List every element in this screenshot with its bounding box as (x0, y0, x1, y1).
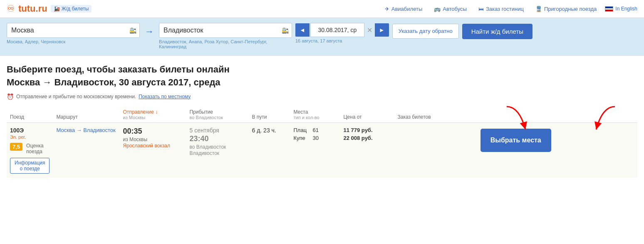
col-header-arrive: Прибытие во Владивосток (186, 107, 248, 123)
show-local-time-link[interactable]: Показать по местному (139, 94, 191, 100)
clock-icon: ⏰ (7, 93, 14, 100)
results-header: Выберите поезд, чтобы заказать билеты он… (0, 56, 644, 103)
nav-links: ✈ Авиабилеты 🚌 Автобусы 🛏 Заказ гостиниц… (385, 6, 597, 12)
buses-icon: 🚌 (434, 6, 441, 12)
rating-badge: 7,5 (10, 143, 22, 151)
date-next-button[interactable]: ► (375, 23, 389, 37)
flag-icon (605, 6, 613, 12)
return-date-area: Указать дату обратно (392, 23, 459, 39)
train-sub: Эл. рег. (10, 134, 50, 139)
route-from-link[interactable]: Москва (56, 127, 74, 133)
to-input[interactable] (159, 23, 292, 38)
col-header-seats: Места тип и кол-во (290, 107, 340, 123)
depart-station: Ярославский вокзал (123, 143, 183, 149)
date-prev-button[interactable]: ◄ (295, 23, 310, 37)
nav-suburban[interactable]: 🚆 Пригородные поезда (535, 6, 597, 12)
arrive-date: 5 сентября (189, 127, 245, 134)
col-header-order: Заказ билетов (394, 107, 637, 123)
to-train-icon: 🚉 (282, 27, 289, 34)
nav-hotels[interactable]: 🛏 Заказ гостиниц (478, 6, 524, 12)
travel-time: 6 д. 23 ч. (252, 127, 287, 134)
seats-row-2: Купе 30 (293, 135, 337, 141)
depart-from: из Москвы (123, 137, 183, 142)
train-number: 100Э (10, 127, 50, 134)
nav-flights[interactable]: ✈ Авиабилеты (385, 6, 422, 12)
depart-cell: 00:35 из Москвы Ярославский вокзал (119, 122, 186, 178)
hotels-icon: 🛏 (478, 6, 484, 12)
price-row-2: 22 008 руб. (343, 135, 391, 141)
arrive-to: во Владивосток (189, 144, 245, 150)
date-area: ◄ ✕ ► 16 августа, 17 августа (295, 23, 389, 43)
suburban-icon: 🚆 (535, 6, 542, 12)
to-field: 🚉 Владивосток, Анапа, Роза Хутор, Санкт-… (159, 23, 292, 49)
date-hint: 16 августа, 17 августа (295, 38, 389, 43)
search-bar: 🚉 Москва, Адлер, Черняховск → 🚉 Владивос… (0, 18, 644, 56)
seats-row-1: Плац 61 (293, 127, 337, 133)
top-nav: ♾ tutu.ru 🚂 Ж/д билеты ✈ Авиабилеты 🚌 Ав… (0, 0, 644, 18)
select-seats-button[interactable]: Выбрать места (481, 129, 551, 152)
table-row: 100Э Эл. рег. 7,5 Оценка поезда Информац… (7, 122, 637, 178)
arrive-time: 23:40 (189, 134, 245, 143)
seat-price-1: 11 779 руб. (343, 127, 372, 133)
train-number-cell: 100Э Эл. рег. 7,5 Оценка поезда Информац… (7, 122, 53, 178)
arrive-station: Владивосток (189, 150, 245, 156)
from-field: 🚉 Москва, Адлер, Черняховск (7, 23, 140, 44)
col-header-travel: В пути (248, 107, 290, 123)
train-route-cell: Москва → Владивосток (53, 122, 119, 178)
train-info-button[interactable]: Информация о поезде (10, 158, 50, 174)
seat-count-1: 61 (312, 127, 323, 133)
search-button[interactable]: Найти ж/д билеты (462, 24, 533, 39)
train-section-label: Ж/д билеты (62, 6, 89, 12)
seat-type-2: Купе (293, 135, 310, 141)
date-input[interactable] (310, 23, 364, 37)
flights-icon: ✈ (385, 6, 389, 12)
col-header-route: Маршрут (53, 107, 119, 123)
seat-price-2: 22 008 руб. (343, 135, 372, 141)
col-header-depart[interactable]: Отправление ↓ из Москвы (119, 107, 186, 123)
logo-text[interactable]: tutu.ru (18, 3, 47, 14)
train-section-icon: 🚂 (54, 6, 60, 12)
language-switch[interactable]: In English (605, 6, 637, 12)
logo-icon: ♾ (7, 3, 15, 14)
seats-cell: Плац 61 Купе 30 (290, 122, 340, 178)
time-notice: ⏰ Отправление и прибытие по московскому … (7, 93, 637, 100)
col-header-price: Цена от (340, 107, 394, 123)
train-section-badge[interactable]: 🚂 Ж/д билеты (51, 5, 92, 12)
travel-time-cell: 6 д. 23 ч. (248, 122, 290, 178)
lang-label: In English (615, 6, 637, 12)
logo-area: ♾ tutu.ru 🚂 Ж/д билеты (7, 3, 92, 14)
order-cell: Выбрать места (394, 122, 637, 178)
results-table: Поезд Маршрут Отправление ↓ из Москвы Пр… (7, 107, 637, 178)
route-to-link[interactable]: Владивосток (83, 127, 116, 133)
nav-buses[interactable]: 🚌 Автобусы (434, 6, 467, 12)
date-clear-button[interactable]: ✕ (365, 26, 374, 34)
depart-time: 00:35 (123, 127, 183, 136)
from-input[interactable] (7, 23, 140, 38)
from-hint: Москва, Адлер, Черняховск (7, 39, 140, 44)
date-row: ◄ ✕ ► (295, 23, 389, 37)
route-arrow-icon: → (77, 127, 84, 133)
from-train-icon: 🚉 (129, 27, 136, 34)
swap-direction-button[interactable]: → (143, 24, 156, 40)
results-table-wrapper: Поезд Маршрут Отправление ↓ из Москвы Пр… (0, 107, 644, 178)
to-hint: Владивосток, Анапа, Роза Хутор, Санкт-Пе… (159, 39, 292, 49)
results-title: Выберите поезд, чтобы заказать билеты он… (7, 63, 637, 89)
arrive-cell: 5 сентября 23:40 во Владивосток Владивос… (186, 122, 248, 178)
rating-area: 7,5 Оценка поезда (10, 143, 50, 154)
price-row-1: 11 779 руб. (343, 127, 391, 133)
return-date-button[interactable]: Указать дату обратно (392, 24, 459, 39)
col-header-train: Поезд (7, 107, 53, 123)
rating-label: Оценка поезда (26, 143, 50, 154)
seat-count-2: 30 (312, 135, 323, 141)
seat-type-1: Плац (293, 127, 310, 133)
price-cell: 11 779 руб. 22 008 руб. (340, 122, 394, 178)
